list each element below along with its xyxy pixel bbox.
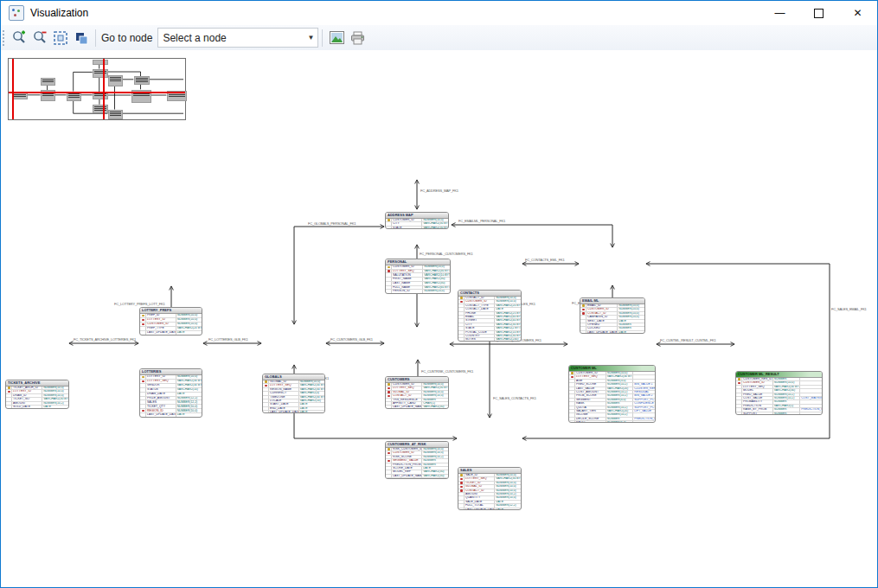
minimap-crosshair-horizontal — [9, 92, 185, 93]
fit-to-window-icon — [54, 31, 67, 45]
zoom-out-icon — [33, 30, 48, 45]
edge-label: FC_SALES_CONTACTS_FK1 — [493, 396, 536, 400]
edge-label: FC_GLOBALS_PERSONAL_FK1 — [308, 221, 356, 226]
toolbar-separator — [322, 29, 323, 47]
table-node-lotteries[interactable]: LOTTERIESLOTTERY_IDNUMBER(10,0)LOTTERY_S… — [139, 368, 202, 418]
minimap-node — [108, 110, 124, 120]
table-node-address-map[interactable]: ADDRESS MAPCUSTOMER_IDNUMBER(10,0)CITYVA… — [385, 212, 449, 229]
edge-label: FC_SALES_EMAIL_FK1 — [831, 307, 867, 311]
table-node-email-ml[interactable]: EMAIL MLEMAIL_IDNUMBER(10,0)CUSTOMER_IDN… — [580, 297, 645, 334]
minimap-node — [12, 93, 28, 100]
zoom-in-button[interactable] — [10, 29, 29, 48]
table-node-customers[interactable]: CUSTOMERSCUSTOMER_IDNUMBER(10,0)LOTTERY_… — [385, 376, 449, 409]
table-node-personal[interactable]: PERSONALCUSTOMER_IDNUMBER(10,0)LOTTERY_S… — [385, 259, 451, 294]
print-button[interactable] — [348, 29, 367, 48]
node-row: LAST_UPDATE_DATEDATE — [386, 478, 448, 479]
edge-label: FC_TICKETS_ARCHIVE_LOTTERIES_FK1 — [74, 337, 136, 342]
overlap-windows-button[interactable] — [72, 29, 91, 48]
edge-layer — [1, 50, 877, 587]
table-node-globals[interactable]: GLOBALSGLOBAL_IDNUMBER(10,0)LOTTERY_SEQV… — [262, 374, 325, 413]
minimap[interactable] — [8, 58, 186, 120]
edge-label: FC_PERSONAL_CUSTOMERS_FK1 — [420, 252, 473, 256]
close-button[interactable]: ✕ — [838, 1, 877, 25]
node-row: SOLD_DATEDATE — [6, 406, 68, 409]
node-title: CUSTOMER ML — [569, 366, 655, 372]
node-title: TICKETS_ARCHIVE — [6, 380, 68, 387]
node-row: STATEVARCHAR2(30 BYTE) — [386, 227, 448, 229]
node-title: ADDRESS MAP — [386, 213, 448, 219]
minimap-node — [93, 60, 108, 65]
fit-to-window-button[interactable] — [51, 29, 70, 48]
combobox-dropdown-button[interactable]: ▼ — [304, 29, 317, 47]
edge-label: FC_CONTACTS_EML_FK1 — [525, 258, 564, 262]
overlap-windows-icon — [74, 31, 88, 45]
export-image-button[interactable] — [327, 29, 346, 48]
toolbar-separator — [95, 29, 96, 47]
node-title: CUSTOMERS_AT_RISK — [386, 442, 448, 448]
node-row: LAST_UPDATE_DATEDATE — [580, 331, 644, 334]
node-row: RATIONUMBER(6,3) — [569, 421, 655, 423]
title-bar[interactable]: Visualization — ✕ — [1, 1, 877, 25]
edge-label: FC_EMAILML_PERSONAL_FK1 — [458, 219, 505, 223]
printer-icon — [350, 31, 365, 45]
edge-label: FC_LOTTERY_PREFS_LOTT_FK1 — [114, 302, 165, 306]
table-node-sales[interactable]: SALESSALE_IDNUMBER(10,0)LOTTERY_SEQVARCH… — [458, 467, 522, 510]
edge-label: FC_CUSTRISK_CUSTOMERS_FK1 — [421, 369, 473, 374]
node-title: CUSTOMERS — [386, 377, 448, 383]
edge-label: FC_LOTTERIES_GLB_FK1 — [208, 337, 248, 342]
node-title: GLOBALS — [263, 374, 324, 380]
node-selector-combobox[interactable]: Select a node ▼ — [157, 28, 318, 48]
node-row: LAST_UPDATE_DATEDATE — [140, 413, 202, 417]
node-row: PERSON_IDNUMBER(10,0) — [386, 290, 450, 293]
table-node-lottery-prefs[interactable]: LOTTERY_PREFSPREF_IDNUMBER(10,0)LOTTERY_… — [139, 307, 202, 336]
table-node-tickets-archive[interactable]: TICKETS_ARCHIVETICKET_ARCH_IDNUMBER(10,0… — [5, 380, 69, 409]
minimap-crosshair-vertical-2 — [103, 59, 105, 119]
minimap-crosshair-vertical-1 — [12, 59, 14, 119]
minimap-node — [41, 78, 55, 85]
window-title: Visualization — [30, 7, 88, 19]
node-row: NOTESVARCHAR2(240) — [458, 338, 521, 341]
node-title: CONTACTS — [458, 291, 521, 297]
minimap-node — [108, 75, 124, 87]
node-title: PERSONAL — [386, 259, 450, 265]
minimize-button[interactable]: — — [760, 1, 799, 25]
table-node-contacts[interactable]: CONTACTSCONTACT_IDNUMBER(10,0)CUSTOMER_I… — [458, 290, 522, 342]
table-node-customer-ml[interactable]: CUSTOMER MLCUSTOMER_IDNUMBER(10,0)LOTTER… — [568, 365, 656, 423]
edge-label: FC_CUSTML_RESULT_CUSTML_FK1 — [660, 338, 716, 342]
node-row: LAST_UPDATE_DATEDATE — [140, 331, 202, 335]
table-node-customer-ml-result[interactable]: CUSTOMER ML_RESULTCUSTOMER_RES_IDNUMBERC… — [735, 371, 823, 415]
maximize-icon — [814, 9, 824, 18]
node-row: SUPPORTNUMBER — [736, 412, 822, 415]
edge-label: FC_CUSTOMERS_GLB_FK1 — [330, 337, 373, 342]
minimap-node — [134, 76, 150, 85]
goto-node-label: Go to node — [101, 32, 152, 44]
edge-label: FC_ADDRESS_MAP_FK1 — [420, 189, 458, 193]
node-title: EMAIL ML — [580, 298, 644, 304]
maximize-button[interactable] — [799, 1, 838, 25]
zoom-in-icon — [12, 30, 27, 45]
node-title: LOTTERY_PREFS — [140, 308, 202, 314]
toolbar-grip[interactable] — [3, 30, 9, 46]
visualization-window: Visualization — ✕ — [0, 0, 878, 588]
node-title: CUSTOMER ML_RESULT — [736, 372, 822, 378]
node-row: LAST_UPDATE_NAMEVARCHAR2(30) — [386, 406, 448, 409]
node-row: LAST_UPDATE_DATEDATE — [458, 508, 521, 510]
combobox-value: Select a node — [158, 32, 304, 44]
node-row: LAST_UPDATE_DATEDATE — [263, 411, 324, 413]
minimap-node — [93, 69, 108, 78]
toolbar: Go to node Select a node ▼ — [1, 25, 877, 51]
diagram-canvas[interactable]: FC_ADDRESS_MAP_FK1FC_PERSONAL_CUSTOMERS_… — [1, 50, 877, 587]
picture-icon — [330, 31, 344, 44]
table-node-customers-at-risk[interactable]: CUSTOMERS_AT_RISKRISK_CUSTOMER_IDNUMBER(… — [385, 441, 449, 479]
node-title: SALES — [458, 468, 521, 474]
app-icon — [9, 5, 24, 21]
zoom-out-button[interactable] — [30, 29, 49, 48]
node-title: LOTTERIES — [140, 369, 202, 375]
minimap-node — [93, 105, 108, 114]
minimap-node — [93, 92, 108, 99]
